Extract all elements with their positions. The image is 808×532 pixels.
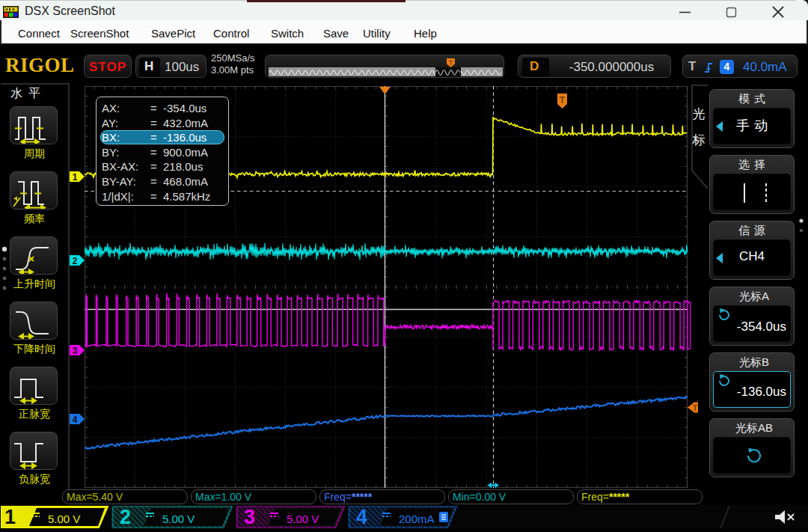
svg-text:2: 2 bbox=[73, 256, 78, 266]
svg-text:3: 3 bbox=[73, 346, 78, 356]
svg-text:T: T bbox=[449, 59, 453, 67]
svg-text:1: 1 bbox=[73, 172, 78, 183]
svg-text:T: T bbox=[560, 95, 566, 106]
svg-text:4: 4 bbox=[73, 415, 78, 425]
